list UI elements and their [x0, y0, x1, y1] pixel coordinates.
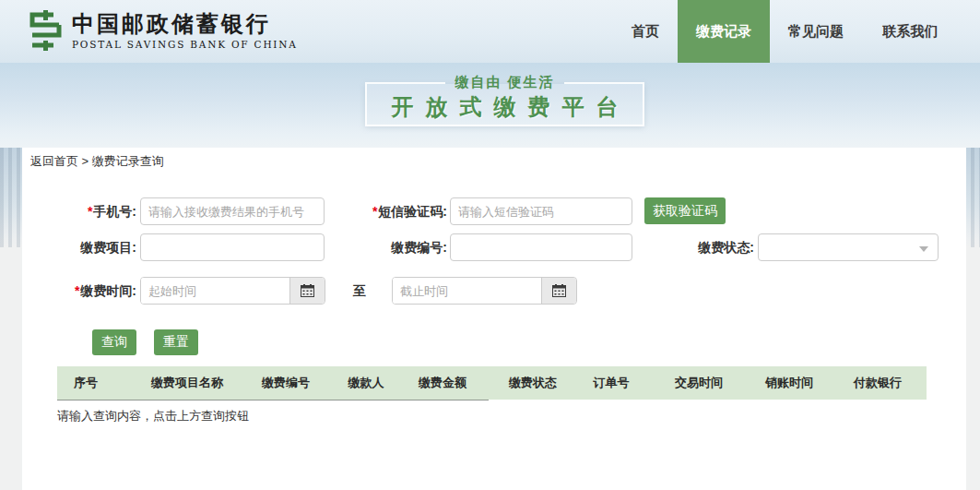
end-time-group	[392, 277, 577, 305]
calendar-icon	[301, 284, 314, 297]
table-column-header: 序号	[74, 366, 98, 400]
reset-button[interactable]: 重置	[154, 329, 198, 355]
start-time-group	[140, 277, 325, 305]
get-sms-code-button[interactable]: 获取验证码	[644, 197, 726, 224]
table-column-header: 缴费状态	[509, 366, 557, 400]
main-nav: 首页缴费记录常见问题联系我们	[613, 0, 959, 63]
table-column-header: 销账时间	[765, 366, 813, 400]
time-to-label: 至	[353, 277, 366, 305]
required-asterisk: *	[88, 204, 92, 219]
breadcrumb: 返回首页 > 缴费记录查询	[30, 153, 164, 170]
bank-name-cn: 中国邮政储蓄银行	[72, 12, 298, 36]
end-time-calendar-button[interactable]	[541, 278, 576, 304]
bill-no-input[interactable]	[450, 233, 632, 261]
sms-code-label-text: 短信验证码:	[378, 204, 447, 219]
nav-item[interactable]: 缴费记录	[678, 0, 770, 63]
results-table-header: 序号缴费项目名称缴费编号缴款人缴费金额缴费状态订单号交易时间销账时间付款银行	[57, 366, 927, 400]
form-row-project-billno-status: 缴费项目: 缴费编号: 缴费状态:	[22, 233, 966, 261]
bank-name-en: POSTAL SAVINGS BANK OF CHINA	[72, 39, 298, 50]
table-column-header: 缴款人	[348, 366, 384, 400]
form-row-phone-sms: *手机号: *短信验证码: 获取验证码	[22, 197, 966, 225]
end-time-input[interactable]	[393, 278, 541, 304]
payment-status-select[interactable]	[758, 233, 939, 261]
phone-input[interactable]	[140, 197, 325, 225]
banner-slogan-text: 缴自由 便生活	[445, 74, 563, 91]
calendar-icon	[552, 284, 566, 297]
table-column-header: 订单号	[594, 366, 630, 400]
banner-legend: 缴自由 便生活	[365, 74, 644, 91]
required-asterisk: *	[372, 204, 377, 219]
banner-slogan-box: 缴自由 便生活 开放式缴费平台	[365, 84, 644, 126]
table-column-header: 付款银行	[854, 366, 902, 400]
table-header-underline	[57, 400, 489, 400]
content-panel: 返回首页 > 缴费记录查询 *手机号: *短信验证码: 获取验证码 缴费项目: …	[22, 148, 966, 490]
breadcrumb-back-link[interactable]: 返回首页	[30, 154, 78, 168]
postal-bank-emblem-icon	[26, 10, 65, 51]
phone-label-text: 手机号:	[93, 204, 136, 219]
sms-code-input[interactable]	[450, 197, 632, 225]
start-time-calendar-button[interactable]	[289, 278, 325, 304]
start-time-input[interactable]	[141, 278, 289, 304]
top-header: 中国邮政储蓄银行 POSTAL SAVINGS BANK OF CHINA 首页…	[0, 0, 980, 63]
nav-item[interactable]: 常见问题	[770, 0, 862, 63]
sms-code-label: *短信验证码:	[308, 197, 447, 225]
project-input[interactable]	[140, 233, 325, 261]
status-label: 缴费状态:	[625, 233, 754, 261]
table-column-header: 缴费项目名称	[151, 366, 223, 400]
search-button[interactable]: 查询	[92, 329, 136, 355]
banner-legend-line-left	[365, 82, 445, 84]
hero-banner: 缴自由 便生活 开放式缴费平台	[0, 63, 980, 148]
form-row-time: *缴费时间: 至	[22, 277, 966, 305]
table-column-header: 交易时间	[675, 366, 723, 400]
banner-legend-line-right	[564, 82, 644, 84]
project-label: 缴费项目:	[22, 233, 136, 261]
time-label: *缴费时间:	[22, 277, 136, 305]
empty-state-message: 请输入查询内容，点击上方查询按钮	[57, 408, 249, 424]
table-column-header: 缴费金额	[419, 366, 466, 400]
required-asterisk: *	[75, 283, 79, 298]
nav-item[interactable]: 联系我们	[862, 0, 959, 63]
breadcrumb-current: 缴费记录查询	[92, 154, 164, 168]
bill-no-label: 缴费编号:	[308, 233, 447, 261]
banner-title: 开放式缴费平台	[367, 92, 643, 122]
chevron-down-icon	[919, 246, 928, 252]
table-column-header: 缴费编号	[262, 366, 310, 400]
bank-logo-text: 中国邮政储蓄银行 POSTAL SAVINGS BANK OF CHINA	[72, 12, 298, 50]
nav-item[interactable]: 首页	[613, 0, 678, 63]
breadcrumb-separator: >	[78, 154, 92, 168]
time-label-text: 缴费时间:	[80, 283, 136, 298]
form-actions: 查询 重置	[22, 329, 966, 355]
bank-logo[interactable]: 中国邮政储蓄银行 POSTAL SAVINGS BANK OF CHINA	[26, 10, 298, 51]
phone-label: *手机号:	[22, 197, 136, 225]
